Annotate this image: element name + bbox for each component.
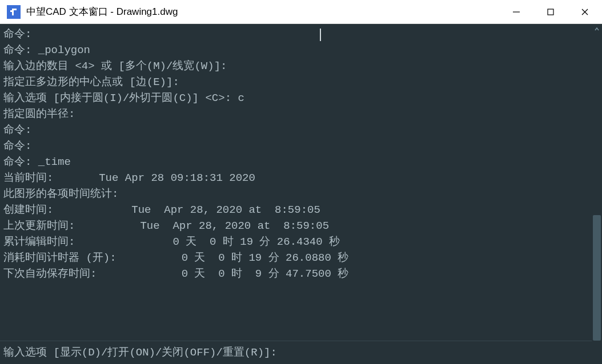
zwcad-logo-icon: [9, 7, 18, 17]
terminal-line: 累计编辑时间: 0 天 0 时 19 分 26.4340 秒: [3, 234, 599, 250]
terminal-line: 下次自动保存时间: 0 天 0 时 9 分 47.7500 秒: [3, 266, 599, 282]
minimize-button[interactable]: [499, 0, 533, 23]
window-controls: [499, 0, 602, 23]
close-button[interactable]: [568, 0, 602, 23]
terminal-line: 指定正多边形的中心点或 [边(E)]:: [3, 74, 599, 90]
terminal-line: 命令: _polygon: [3, 42, 599, 58]
titlebar: 中望CAD 文本窗口 - Drawing1.dwg: [0, 0, 602, 24]
terminal-line: 命令: _time: [3, 154, 599, 170]
terminal-line: 命令:: [3, 122, 599, 138]
terminal-line: 命令:: [3, 26, 599, 42]
close-icon: [581, 8, 589, 16]
svg-rect-1: [548, 9, 553, 15]
terminal-line: 当前时间: Tue Apr 28 09:18:31 2020: [3, 170, 599, 186]
maximize-icon: [547, 8, 555, 16]
terminal-line: 输入边的数目 <4> 或 [多个(M)/线宽(W)]:: [3, 58, 599, 74]
minimize-icon: [512, 8, 520, 16]
terminal-line: 创建时间: Tue Apr 28, 2020 at 8:59:05: [3, 202, 599, 218]
scroll-thumb[interactable]: [593, 215, 601, 341]
terminal: 命令: 命令: _polygon 输入边的数目 <4> 或 [多个(M)/线宽(…: [0, 24, 602, 364]
scroll-up-button[interactable]: [592, 24, 602, 34]
terminal-line: 消耗时间计时器 (开): 0 天 0 时 19 分 26.0880 秒: [3, 250, 599, 266]
app-icon: [7, 5, 21, 19]
terminal-line: 输入选项 [内接于圆(I)/外切于圆(C)] <C>: c: [3, 90, 599, 106]
text-cursor: [320, 29, 321, 41]
terminal-line: 此图形的各项时间统计:: [3, 186, 599, 202]
terminal-line: 上次更新时间: Tue Apr 28, 2020 at 8:59:05: [3, 218, 599, 234]
window-title: 中望CAD 文本窗口 - Drawing1.dwg: [26, 5, 178, 18]
terminal-line: 命令:: [3, 138, 599, 154]
terminal-line: 指定圆的半径:: [3, 106, 599, 122]
command-prompt[interactable]: 输入选项 [显示(D)/打开(ON)/关闭(OFF)/重置(R)]:: [0, 341, 602, 364]
scrollbar[interactable]: [592, 24, 602, 364]
terminal-output[interactable]: 命令: 命令: _polygon 输入边的数目 <4> 或 [多个(M)/线宽(…: [0, 24, 602, 341]
maximize-button[interactable]: [533, 0, 568, 23]
chevron-up-icon: [594, 26, 600, 32]
